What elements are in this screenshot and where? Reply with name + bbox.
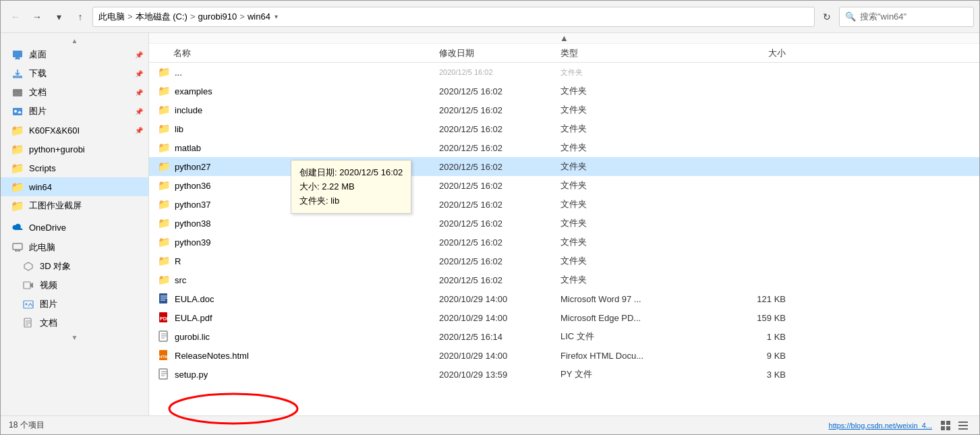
table-row[interactable]: 📁 python27 2020/12/5 16:02 文件夹	[149, 157, 979, 176]
file-type-15: Firefox HTML Docu...	[560, 351, 716, 361]
breadcrumb-win64[interactable]: win64	[248, 11, 270, 22]
onedrive-icon	[11, 221, 24, 233]
pin-icon-k60fx: 📌	[135, 127, 143, 134]
sidebar-label-pic2: 图片	[40, 298, 143, 310]
file-name-2: 📁 include	[149, 103, 439, 117]
folder-icon-python-gurobi: 📁	[11, 143, 24, 155]
sidebar-item-pic2[interactable]: 图片	[1, 295, 148, 314]
breadcrumb-dropdown-icon[interactable]: ▾	[275, 13, 278, 20]
table-row[interactable]: EULA.doc 2020/10/29 14:00 Microsoft Word…	[149, 289, 979, 308]
table-row[interactable]: 📁 python36 2020/12/5 16:02 文件夹	[149, 176, 979, 195]
file-name-3: 📁 lib	[149, 122, 439, 136]
svg-rect-19	[946, 421, 950, 425]
sidebar-label-onedrive: OneDrive	[29, 223, 143, 233]
3d-icon	[22, 260, 34, 272]
sidebar-item-this-pc[interactable]: 此电脑	[1, 238, 148, 257]
sidebar-item-documents[interactable]: 文档 📌	[1, 83, 148, 102]
sidebar-item-doc2[interactable]: 文档	[1, 314, 148, 332]
sidebar-item-downloads[interactable]: 下载 📌	[1, 64, 148, 83]
file-size-13: 159 KB	[716, 313, 797, 323]
sidebar-item-desktop[interactable]: 桌面 📌	[1, 45, 148, 64]
file-date-4: 2020/12/5 16:02	[439, 143, 560, 153]
table-row[interactable]: HTML ReleaseNotes.html 2020/10/29 14:00 …	[149, 346, 979, 365]
file-name-9: 📁 python39	[149, 235, 439, 249]
view-grid-button[interactable]	[938, 417, 954, 434]
file-date-16: 2020/10/29 13:59	[439, 370, 560, 380]
col-header-date[interactable]: 修改日期	[439, 47, 560, 59]
table-row[interactable]: gurobi.lic 2020/12/5 16:14 LIC 文件 1 KB	[149, 327, 979, 346]
refresh-button[interactable]: ↻	[817, 7, 836, 26]
table-row[interactable]: 📁 src 2020/12/5 16:02 文件夹	[149, 270, 979, 289]
view-list-button[interactable]	[955, 417, 971, 434]
table-row[interactable]: 📁 ... 2020/12/5 16:02 文件夹	[149, 63, 979, 82]
search-icon: 🔍	[845, 11, 856, 22]
sidebar-label-downloads: 下载	[29, 67, 129, 80]
folder-icon-1: 📁	[157, 84, 171, 98]
tooltip-line1: 创建日期: 2020/12/5 16:02	[299, 166, 403, 180]
folder-icon-0: 📁	[157, 65, 171, 79]
watermark-link[interactable]: https://blog.csdn.net/weixin_4...	[829, 422, 932, 430]
table-row[interactable]: 📁 R 2020/12/5 16:02 文件夹	[149, 252, 979, 270]
col-header-name[interactable]: 名称	[149, 47, 439, 59]
pic2-icon	[22, 298, 34, 310]
doc-icon-12	[157, 292, 171, 306]
breadcrumb[interactable]: 此电脑 > 本地磁盘 (C:) > gurobi910 > win64 ▾	[92, 7, 815, 27]
main-area: ▲ 桌面 📌 下载 📌	[1, 33, 979, 415]
table-row[interactable]: PDF EULA.pdf 2020/10/29 14:00 Microsoft …	[149, 308, 979, 327]
file-list: 📁 ... 2020/12/5 16:02 文件夹 📁 examples 202…	[149, 63, 979, 415]
search-box[interactable]: 🔍 搜索"win64"	[839, 7, 974, 27]
breadcrumb-c-drive[interactable]: 本地磁盘 (C:)	[136, 11, 188, 23]
file-type-9: 文件夹	[560, 236, 716, 248]
sidebar-item-win64[interactable]: 📁 win64	[1, 177, 148, 196]
col-header-size[interactable]: 大小	[716, 47, 797, 59]
back-button[interactable]: ←	[6, 7, 25, 26]
table-row[interactable]: 📁 matlab 2020/12/5 16:02 文件夹	[149, 138, 979, 157]
sidebar-item-video[interactable]: 视频	[1, 276, 148, 295]
scroll-up-arrow[interactable]: ▲	[149, 33, 979, 44]
table-row[interactable]: 📁 lib 2020/12/5 16:02 文件夹	[149, 119, 979, 138]
breadcrumb-sep-1: >	[127, 11, 133, 22]
file-type-1: 文件夹	[560, 85, 716, 97]
col-header-type[interactable]: 类型	[560, 47, 716, 59]
file-date-12: 2020/10/29 14:00	[439, 294, 560, 304]
view-icons	[938, 417, 971, 434]
desktop-icon	[11, 49, 24, 61]
sidebar-item-gongtu[interactable]: 📁 工图作业截屏	[1, 196, 148, 215]
tooltip-line3: 文件夹: lib	[299, 194, 403, 208]
forward-button[interactable]: →	[28, 7, 47, 26]
table-row[interactable]: 📁 python37 2020/12/5 16:02 文件夹	[149, 195, 979, 214]
pin-icon-downloads: 📌	[135, 70, 143, 78]
file-date-11: 2020/12/5 16:02	[439, 275, 560, 285]
folder-icon-11: 📁	[157, 273, 171, 287]
table-row[interactable]: 📁 examples 2020/12/5 16:02 文件夹	[149, 82, 979, 100]
file-name-0: 📁 ...	[149, 65, 439, 79]
sidebar-scroll-down[interactable]: ▼	[1, 332, 148, 342]
folder-icon-k60fx: 📁	[11, 124, 24, 136]
sidebar-item-onedrive[interactable]: OneDrive	[1, 218, 148, 237]
sidebar-label-3d: 3D 对象	[40, 260, 143, 272]
file-date-13: 2020/10/29 14:00	[439, 313, 560, 323]
sidebar-scroll-up[interactable]: ▲	[1, 36, 148, 45]
table-row[interactable]: 📁 include 2020/12/5 16:02 文件夹	[149, 100, 979, 119]
up-button[interactable]: ↑	[71, 7, 90, 26]
sidebar-item-k60fx[interactable]: 📁 K60FX&K60I 📌	[1, 121, 148, 140]
table-row[interactable]: 📁 python39 2020/12/5 16:02 文件夹	[149, 233, 979, 252]
file-name-1: 📁 examples	[149, 84, 439, 98]
file-type-16: PY 文件	[560, 368, 716, 380]
table-row[interactable]: setup.py 2020/10/29 13:59 PY 文件 3 KB	[149, 365, 979, 384]
svg-text:HTML: HTML	[159, 355, 170, 359]
sidebar-item-python-gurobi[interactable]: 📁 python+gurobi	[1, 140, 148, 158]
sidebar-item-3d[interactable]: 3D 对象	[1, 257, 148, 276]
sidebar-item-pictures[interactable]: 图片 📌	[1, 102, 148, 121]
recent-button[interactable]: ▾	[49, 7, 68, 26]
folder-icon-9: 📁	[157, 235, 171, 249]
folder-icon-7: 📁	[157, 198, 171, 211]
breadcrumb-gurobi[interactable]: gurobi910	[198, 11, 237, 22]
sidebar-item-scripts[interactable]: 📁 Scripts	[1, 158, 148, 177]
table-row[interactable]: 📁 python38 2020/12/5 16:02 文件夹	[149, 214, 979, 233]
breadcrumb-this-pc[interactable]: 此电脑	[98, 11, 125, 23]
file-name-8: 📁 python38	[149, 216, 439, 230]
svg-rect-6	[13, 243, 22, 250]
svg-rect-21	[946, 426, 950, 430]
file-date-7: 2020/12/5 16:02	[439, 200, 560, 210]
